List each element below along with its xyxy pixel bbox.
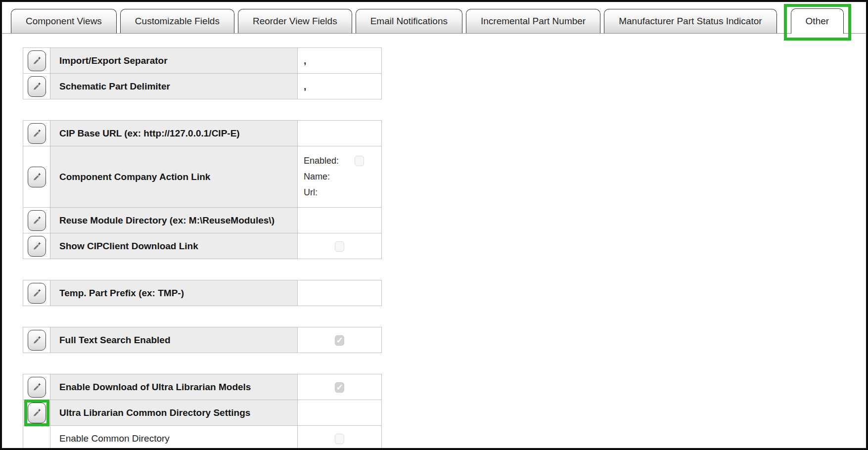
pencil-edit-icon	[31, 407, 42, 419]
settings-group: CIP Base URL (ex: http://127.0.0.1/CIP-E…	[23, 120, 382, 259]
setting-row: Schematic Part Delimiter,	[23, 74, 382, 99]
setting-row: Enable Download of Ultra Librarian Model…	[23, 374, 382, 400]
edit-cell	[23, 426, 50, 450]
edit-cell	[23, 233, 50, 259]
setting-value-text: ,	[298, 48, 382, 74]
checked-checkbox: ✓	[335, 335, 344, 346]
edit-cell	[23, 48, 50, 74]
highlighted-edit-wrap	[28, 403, 46, 423]
edit-cell	[23, 327, 50, 353]
pencil-edit-icon	[31, 287, 42, 299]
checked-checkbox: ✓	[335, 382, 344, 393]
setting-row: Enable Common Directory✓	[23, 426, 382, 450]
unchecked-checkbox: ✓	[355, 156, 364, 166]
setting-value-cell	[298, 121, 382, 146]
sub-field-name: Name:	[304, 172, 381, 182]
edit-button[interactable]	[28, 50, 46, 71]
setting-row: Component Company Action LinkEnabled:✓Na…	[23, 146, 382, 208]
tab-manufacturer-part-status-indicator[interactable]: Manufacturer Part Status Indicator	[604, 9, 777, 33]
checkmark-icon: ✓	[336, 336, 343, 345]
setting-value-cell: ✓	[298, 233, 382, 259]
pencil-edit-icon	[31, 128, 42, 139]
setting-value-text: ,	[298, 74, 382, 99]
setting-row: Full Text Search Enabled✓	[23, 327, 382, 353]
setting-label: Full Text Search Enabled	[50, 327, 298, 353]
settings-group: Temp. Part Prefix (ex: TMP-)	[23, 280, 382, 306]
sub-field-enabled: Enabled:✓	[304, 156, 381, 166]
edit-cell	[23, 121, 50, 146]
tab-customizable-fields[interactable]: Customizable Fields	[120, 9, 234, 33]
tab-reorder-view-fields[interactable]: Reorder View Fields	[238, 9, 352, 33]
setting-label: Ultra Librarian Common Directory Setting…	[50, 400, 298, 426]
pencil-edit-icon	[31, 81, 42, 92]
setting-row: CIP Base URL (ex: http://127.0.0.1/CIP-E…	[23, 121, 382, 146]
setting-value-cell	[298, 208, 382, 233]
tab-component-views[interactable]: Component Views	[11, 9, 117, 33]
sub-field-label: Url:	[304, 187, 318, 198]
pencil-edit-icon	[31, 381, 42, 393]
edit-button[interactable]	[28, 210, 46, 231]
edit-button[interactable]	[28, 403, 46, 423]
setting-label: Temp. Part Prefix (ex: TMP-)	[50, 280, 298, 306]
sub-field-label: Name:	[304, 172, 330, 182]
edit-cell	[23, 280, 50, 306]
setting-value-cell: ✓	[298, 426, 382, 450]
setting-label: Component Company Action Link	[50, 146, 298, 208]
highlighted-tab-wrap: Other	[791, 2, 848, 34]
tab-other[interactable]: Other	[791, 8, 844, 34]
setting-row: Import/Export Separator,	[23, 48, 382, 74]
pencil-edit-icon	[31, 215, 42, 226]
setting-label: Show CIPClient Download Link	[50, 233, 298, 259]
unchecked-checkbox: ✓	[335, 434, 344, 444]
pencil-edit-icon	[31, 240, 42, 252]
setting-label: Import/Export Separator	[50, 48, 298, 74]
settings-group: Import/Export Separator,Schematic Part D…	[23, 47, 382, 99]
setting-label: Enable Common Directory	[50, 426, 298, 450]
edit-cell	[23, 400, 50, 426]
pencil-edit-icon	[31, 55, 42, 67]
tab-incremental-part-number[interactable]: Incremental Part Number	[466, 9, 600, 33]
checkmark-icon: ✓	[336, 383, 343, 392]
setting-label: Schematic Part Delimiter	[50, 74, 298, 99]
tab-bar-underline	[2, 33, 866, 34]
setting-value-cell	[298, 280, 382, 306]
edit-cell	[23, 374, 50, 400]
edit-button[interactable]	[28, 283, 46, 304]
setting-label: Enable Download of Ultra Librarian Model…	[50, 374, 298, 400]
sub-field-url: Url:	[304, 187, 381, 198]
edit-button[interactable]	[28, 167, 46, 187]
setting-row: Show CIPClient Download Link✓	[23, 233, 382, 259]
settings-content: Import/Export Separator,Schematic Part D…	[2, 34, 866, 450]
edit-button[interactable]	[28, 377, 46, 398]
setting-label: CIP Base URL (ex: http://127.0.0.1/CIP-E…	[50, 121, 298, 146]
setting-label: Reuse Module Directory (ex: M:\ReuseModu…	[50, 208, 298, 233]
pencil-edit-icon	[31, 334, 42, 346]
edit-button[interactable]	[28, 330, 46, 351]
edit-button[interactable]	[28, 76, 46, 97]
edit-cell	[23, 74, 50, 99]
setting-value-cell: Enabled:✓Name:Url:	[298, 146, 382, 208]
settings-group: Full Text Search Enabled✓	[23, 327, 382, 353]
setting-row: Temp. Part Prefix (ex: TMP-)	[23, 280, 382, 306]
setting-value-cell: ✓	[298, 374, 382, 400]
pencil-edit-icon	[31, 171, 42, 183]
tab-bar: Component ViewsCustomizable FieldsReorde…	[2, 2, 866, 34]
settings-page: Component ViewsCustomizable FieldsReorde…	[0, 0, 868, 450]
setting-row: Ultra Librarian Common Directory Setting…	[23, 400, 382, 426]
edit-button[interactable]	[28, 236, 46, 257]
setting-row: Reuse Module Directory (ex: M:\ReuseModu…	[23, 208, 382, 233]
setting-value-cell	[298, 400, 382, 426]
setting-value-cell: ✓	[298, 327, 382, 353]
settings-group: Enable Download of Ultra Librarian Model…	[23, 374, 382, 450]
edit-cell	[23, 146, 50, 208]
unchecked-checkbox: ✓	[335, 241, 344, 252]
tab-email-notifications[interactable]: Email Notifications	[356, 9, 462, 33]
edit-cell	[23, 208, 50, 233]
sub-field-label: Enabled:	[304, 156, 339, 166]
edit-button[interactable]	[28, 123, 46, 144]
